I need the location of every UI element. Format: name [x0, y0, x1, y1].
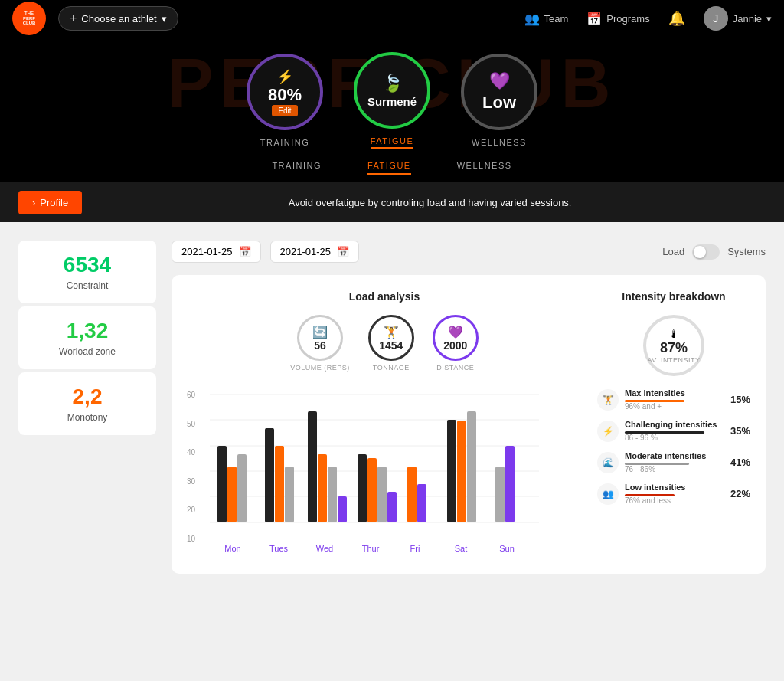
header: THEPERFCLUB + Choose an athlet ▾ 👥 Team … [0, 0, 784, 37]
load-analysis-title: Load analysis [187, 290, 582, 303]
toggle-load-label: Load [662, 246, 684, 257]
banner: › Profile Avoid overfatigue by controlin… [0, 182, 784, 222]
intensity-item-max: 🏋 Max intensities 96% and + 15% [597, 388, 750, 411]
load-metrics: 🔄 56 VOLUME (REPS) 🏋 1454 TONNAGE [187, 315, 582, 372]
user-menu[interactable]: J Jannie ▾ [704, 6, 772, 31]
tonnage-metric: 🏋 1454 TONNAGE [368, 315, 414, 372]
challenging-intensity-icon: ⚡ [597, 421, 619, 442]
profile-label: Profile [40, 197, 68, 208]
calendar-from-icon: 📅 [239, 246, 251, 257]
fatigue-value: Surmené [368, 95, 416, 108]
svg-rect-15 [338, 496, 347, 522]
svg-rect-20 [407, 467, 416, 522]
tab-training[interactable]: TRAINING [272, 161, 322, 175]
user-name: Jannie [733, 13, 762, 25]
team-nav[interactable]: 👥 Team [524, 11, 569, 26]
date-from-input[interactable]: 2021-01-25 📅 [172, 241, 261, 263]
intensity-avg-circle: 🌡 87% AV. INTENSITY [597, 315, 750, 376]
wellness-icon: 💜 [489, 71, 510, 91]
tab-fatigue[interactable]: FATIGUE [368, 161, 411, 175]
intensity-items: 🏋 Max intensities 96% and + 15% ⚡ Challe… [597, 388, 750, 505]
svg-text:Fri: Fri [410, 544, 420, 553]
svg-rect-13 [318, 454, 327, 522]
challenging-intensity-range: 86 - 96 % [625, 434, 724, 442]
svg-rect-14 [328, 467, 337, 522]
volume-circle: 🔄 56 [297, 315, 343, 361]
svg-text:Thur: Thur [362, 544, 380, 553]
analysis-card: Load analysis 🔄 56 VOLUME (REPS) 🏋 1454 [172, 275, 766, 574]
svg-rect-10 [275, 446, 284, 522]
fatigue-icon: 🍃 [382, 74, 403, 93]
training-circle: ⚡ 80% Edit [247, 54, 323, 130]
fatigue-label: FATIGUE [371, 136, 414, 149]
moderate-intensity-icon: 🌊 [597, 452, 619, 473]
load-analysis: Load analysis 🔄 56 VOLUME (REPS) 🏋 1454 [187, 290, 582, 558]
svg-rect-8 [237, 454, 247, 522]
date-to-input[interactable]: 2021-01-25 📅 [270, 241, 360, 263]
bell-icon[interactable]: 🔔 [668, 10, 685, 27]
tonnage-value: 1454 [379, 339, 403, 352]
bar-chart: Mon Tues Wed Thur Fri Sat Sun [210, 387, 539, 555]
date-filters: 2021-01-25 📅 2021-01-25 📅 Load Systems [172, 241, 766, 263]
constraint-card: 6534 Constraint [18, 241, 156, 303]
tab-wellness[interactable]: WELLNESS [457, 161, 512, 175]
tonnage-label: TONNAGE [373, 364, 410, 372]
workload-value: 1,32 [31, 319, 144, 343]
intensity-item-low: 👥 Low intensities 76% and less 22% [597, 483, 750, 505]
programs-nav[interactable]: 📅 Programs [586, 11, 649, 26]
low-intensity-range: 76% and less [625, 496, 724, 505]
date-from-value: 2021-01-25 [181, 246, 233, 257]
svg-text:Mon: Mon [224, 544, 240, 553]
max-intensity-range: 96% and + [625, 402, 724, 411]
challenging-intensity-name: Challenging intensities [625, 420, 724, 429]
toggle-systems-label: Systems [727, 246, 766, 257]
choose-athlete-button[interactable]: + Choose an athlet ▾ [58, 6, 178, 31]
training-edit-button[interactable]: Edit [272, 105, 297, 116]
intensity-avg-label: AV. INTENSITY [647, 356, 700, 364]
svg-rect-11 [285, 467, 294, 522]
svg-rect-21 [417, 484, 426, 522]
profile-button[interactable]: › Profile [18, 191, 82, 214]
svg-text:Wed: Wed [316, 544, 333, 553]
intensity-item-moderate: 🌊 Moderate intensities 76 - 86% 41% [597, 451, 750, 473]
right-content: 2021-01-25 📅 2021-01-25 📅 Load Systems L… [172, 241, 766, 574]
chevron-down-icon: ▾ [162, 13, 167, 25]
svg-rect-23 [457, 421, 466, 522]
hero-section: PERF CLUB ⚡ 80% Edit TRAINING 🍃 Surmené … [0, 37, 784, 182]
chart-y-labels: 60 50 40 30 20 10 [187, 387, 195, 558]
toggle-knob [694, 246, 706, 258]
max-intensity-icon: 🏋 [597, 389, 619, 411]
logo: THEPERFCLUB [12, 2, 46, 35]
low-intensity-pct: 22% [730, 488, 750, 499]
svg-rect-7 [227, 467, 237, 522]
low-intensity-icon: 👥 [597, 483, 619, 505]
svg-rect-24 [467, 411, 476, 522]
moderate-intensity-name: Moderate intensities [625, 451, 724, 460]
volume-value: 56 [314, 339, 326, 352]
choose-athlete-label: Choose an athlet [81, 13, 156, 25]
intensity-circle: 🌡 87% AV. INTENSITY [643, 315, 704, 376]
moderate-intensity-info: Moderate intensities 76 - 86% [625, 451, 724, 473]
load-systems-toggle[interactable] [692, 244, 720, 260]
main-content: 6534 Constraint 1,32 Worload zone 2,2 Mo… [0, 222, 784, 592]
distance-icon: 💜 [448, 325, 463, 339]
training-label: TRAINING [260, 138, 310, 147]
wellness-label: WELLNESS [472, 138, 527, 147]
distance-label: DISTANCE [436, 364, 474, 372]
constraint-label: Constraint [31, 280, 144, 291]
volume-label: VOLUME (REPS) [290, 364, 350, 372]
training-value: 80% [268, 85, 302, 105]
workload-card: 1,32 Worload zone [18, 306, 156, 369]
distance-circle: 💜 2000 [433, 315, 479, 361]
svg-rect-12 [308, 411, 317, 522]
toggle-group: Load Systems [662, 244, 766, 260]
low-intensity-name: Low intensities [625, 483, 724, 492]
svg-rect-17 [368, 458, 377, 522]
banner-message: Avoid overfatigue by controling load and… [94, 197, 766, 208]
intensity-breakdown: Intensity breakdown 🌡 87% AV. INTENSITY … [597, 290, 750, 558]
volume-metric: 🔄 56 VOLUME (REPS) [290, 315, 350, 372]
plus-icon: + [70, 11, 77, 25]
tonnage-circle: 🏋 1454 [368, 315, 414, 361]
intensity-title: Intensity breakdown [597, 290, 750, 303]
svg-rect-6 [217, 446, 227, 522]
